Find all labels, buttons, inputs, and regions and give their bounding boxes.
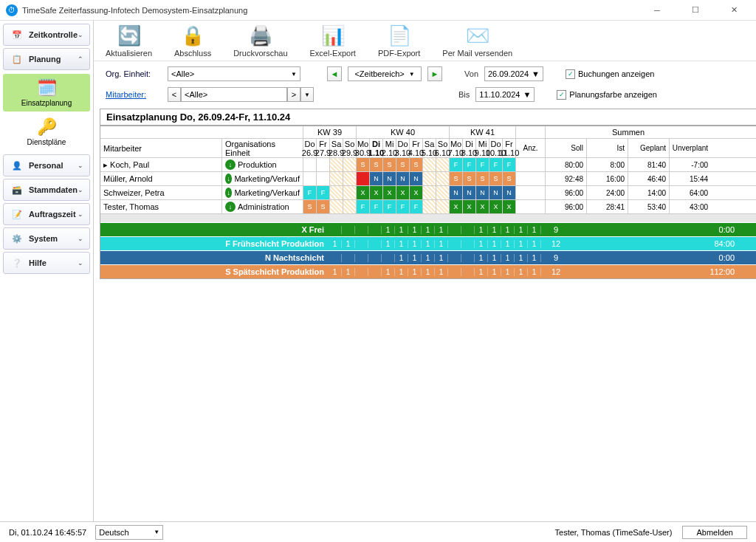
- schedule-cell[interactable]: [303, 172, 317, 185]
- time-range-select[interactable]: <Zeitbereich>▼: [348, 66, 422, 81]
- schedule-cell[interactable]: [343, 200, 357, 213]
- employee-link[interactable]: Mitarbeiter:: [106, 90, 162, 99]
- schedule-cell[interactable]: [423, 186, 436, 199]
- schedule-cell[interactable]: S: [476, 172, 489, 185]
- schedule-cell[interactable]: X: [450, 200, 463, 213]
- logout-button[interactable]: Abmelden: [682, 526, 747, 539]
- schedule-cell[interactable]: [436, 172, 450, 185]
- schedule-cell[interactable]: S: [503, 172, 516, 185]
- schedule-cell[interactable]: X: [396, 186, 410, 199]
- schedule-cell[interactable]: [330, 158, 343, 171]
- schedule-cell[interactable]: F: [317, 186, 330, 199]
- schedule-cell[interactable]: S: [463, 172, 476, 185]
- schedule-cell[interactable]: [330, 200, 343, 213]
- schedule-cell[interactable]: F: [489, 158, 503, 171]
- excel-export-button[interactable]: 📊Excel-Export: [310, 24, 356, 58]
- schedule-cell[interactable]: N: [383, 172, 396, 185]
- schedule-cell[interactable]: S: [383, 158, 396, 171]
- schedule-cell[interactable]: [303, 158, 317, 171]
- minimize-button[interactable]: ─: [641, 0, 673, 21]
- language-select[interactable]: Deutsch▼: [95, 525, 163, 540]
- schedule-cell[interactable]: F: [303, 186, 317, 199]
- maximize-button[interactable]: ☐: [679, 0, 712, 21]
- schedule-cell[interactable]: X: [370, 186, 383, 199]
- schedule-cell[interactable]: N: [463, 186, 476, 199]
- schedule-cell[interactable]: [423, 200, 436, 213]
- schedule-cell[interactable]: S: [317, 200, 330, 213]
- schedule-cell[interactable]: S: [396, 158, 410, 171]
- schedule-cell[interactable]: X: [489, 200, 503, 213]
- schedule-cell[interactable]: N: [503, 186, 516, 199]
- schedule-cell[interactable]: [343, 158, 357, 171]
- schedule-cell[interactable]: N: [476, 186, 489, 199]
- print-preview-button[interactable]: 🖨️Druckvorschau: [233, 24, 287, 58]
- schedule-cell[interactable]: [436, 200, 450, 213]
- schedule-cell[interactable]: N: [370, 172, 383, 185]
- refresh-button[interactable]: 🔄Aktualisieren: [106, 24, 152, 58]
- schedule-cell[interactable]: [436, 186, 450, 199]
- sidebar-item-planung[interactable]: 📋Planung⌃: [3, 48, 90, 70]
- schedule-cell[interactable]: S: [303, 200, 317, 213]
- employee-row[interactable]: Müller, Arnold ↓Marketing/Verkauf NNNNSS…: [100, 171, 756, 185]
- schedule-cell[interactable]: X: [503, 200, 516, 213]
- sidebar-item-stammdaten[interactable]: 🗃️Stammdaten⌄: [3, 179, 90, 201]
- from-date-input[interactable]: 26.09.2024▼: [484, 66, 543, 81]
- schedule-cell[interactable]: S: [489, 172, 503, 185]
- schedule-cell[interactable]: F: [476, 158, 489, 171]
- schedule-cell[interactable]: F: [463, 158, 476, 171]
- close-period-button[interactable]: 🔒Abschluss: [174, 24, 211, 58]
- to-date-input[interactable]: 11.10.2024▼: [475, 87, 535, 102]
- schedule-cell[interactable]: F: [357, 200, 370, 213]
- employee-next[interactable]: >: [287, 87, 300, 102]
- schedule-cell[interactable]: S: [370, 158, 383, 171]
- bookings-checkbox[interactable]: ✓: [566, 69, 575, 79]
- schedule-cell[interactable]: N: [489, 186, 503, 199]
- schedule-cell[interactable]: [436, 158, 450, 171]
- schedule-cell[interactable]: F: [410, 200, 423, 213]
- org-unit-select[interactable]: <Alle>▼: [168, 66, 300, 81]
- schedule-cell[interactable]: S: [410, 158, 423, 171]
- schedule-cell[interactable]: S: [357, 158, 370, 171]
- schedule-cell[interactable]: S: [450, 172, 463, 185]
- schedule-cell[interactable]: X: [357, 186, 370, 199]
- sidebar-item-zeitkontrolle[interactable]: 📅Zeitkontrolle⌄: [3, 24, 90, 46]
- color-checkbox[interactable]: ✓: [557, 90, 566, 100]
- employee-row[interactable]: ▸ Koch, Paul ↓Produktion SSSSSFFFFF 80:0…: [100, 157, 756, 171]
- schedule-cell[interactable]: N: [450, 186, 463, 199]
- schedule-cell[interactable]: F: [503, 158, 516, 171]
- schedule-cell[interactable]: F: [396, 200, 410, 213]
- employee-prev[interactable]: <: [168, 87, 181, 102]
- sidebar-item-personal[interactable]: 👤Personal⌄: [3, 154, 90, 176]
- schedule-cell[interactable]: [330, 172, 343, 185]
- schedule-cell[interactable]: [330, 186, 343, 199]
- schedule-cell[interactable]: [423, 172, 436, 185]
- sidebar-sub-einsatzplanung[interactable]: 🗓️Einsatzplanung: [3, 74, 90, 112]
- schedule-cell[interactable]: X: [383, 186, 396, 199]
- schedule-cell[interactable]: N: [396, 172, 410, 185]
- schedule-cell[interactable]: [317, 172, 330, 185]
- schedule-cell[interactable]: F: [370, 200, 383, 213]
- employee-dd[interactable]: ▼: [300, 87, 314, 102]
- sidebar-sub-dienstplaene[interactable]: 🔑Dienstpläne: [3, 113, 90, 151]
- sidebar-item-system[interactable]: ⚙️System⌄: [3, 227, 90, 250]
- schedule-cell[interactable]: X: [463, 200, 476, 213]
- next-range-button[interactable]: ►: [427, 66, 442, 81]
- employee-row[interactable]: Tester, Thomas ↓Administration SSFFFFFXX…: [100, 199, 756, 213]
- schedule-cell[interactable]: X: [476, 200, 489, 213]
- schedule-cell[interactable]: [343, 186, 357, 199]
- schedule-cell[interactable]: X: [410, 186, 423, 199]
- prev-range-button[interactable]: ◄: [327, 66, 342, 81]
- pdf-export-button[interactable]: 📄PDF-Export: [378, 24, 420, 58]
- schedule-cell[interactable]: [317, 158, 330, 171]
- employee-select[interactable]: <Alle>: [181, 87, 287, 102]
- schedule-cell[interactable]: [423, 158, 436, 171]
- schedule-cell[interactable]: N: [410, 172, 423, 185]
- close-button[interactable]: ✕: [718, 0, 750, 21]
- employee-row[interactable]: Schweizer, Petra ↓Marketing/Verkauf FFXX…: [100, 185, 756, 199]
- schedule-cell[interactable]: [343, 172, 357, 185]
- mail-button[interactable]: ✉️Per Mail versenden: [442, 24, 512, 58]
- schedule-cell[interactable]: F: [383, 200, 396, 213]
- schedule-cell[interactable]: [357, 172, 370, 185]
- sidebar-item-auftragszeit[interactable]: 📝Auftragszeit⌄: [3, 203, 90, 225]
- sidebar-item-hilfe[interactable]: ❔Hilfe⌄: [3, 252, 90, 274]
